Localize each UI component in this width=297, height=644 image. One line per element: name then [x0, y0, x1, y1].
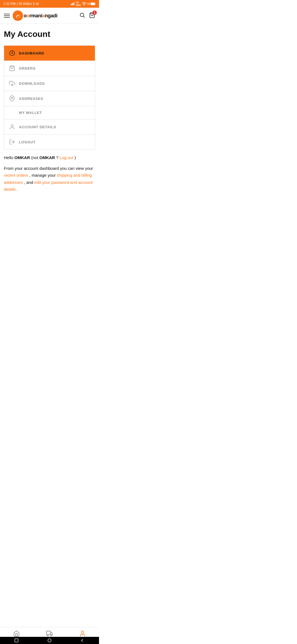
- wifi-icon: [82, 2, 86, 6]
- menu-item-dashboard[interactable]: DASHBOARD: [4, 46, 95, 61]
- vowifi-icon: VoWiFi: [76, 1, 81, 7]
- status-left: 1:32 PM | 35.0KB/s ₿ M: [3, 2, 39, 6]
- page-content: My Account DASHBOARD ORD: [0, 24, 99, 215]
- svg-point-14: [12, 53, 12, 53]
- orders-icon: [9, 65, 15, 71]
- menu-label-downloads: DOWNLOADS: [19, 81, 45, 86]
- status-speed: | 35.0KB/s: [17, 2, 32, 6]
- svg-rect-2: [73, 2, 74, 5]
- menu-item-addresses[interactable]: ADDRESSES: [4, 91, 95, 106]
- cart-button[interactable]: 1: [89, 12, 95, 19]
- desc-text2: , manage your: [29, 173, 57, 178]
- hello-username2: OMKAR: [39, 155, 55, 160]
- search-button[interactable]: [79, 12, 85, 19]
- menu-item-downloads[interactable]: DOWNLOADS: [4, 76, 95, 91]
- downloads-icon: [9, 80, 15, 86]
- hamburger-menu[interactable]: [4, 14, 10, 18]
- account-details-icon: [9, 124, 15, 130]
- desc-text3: , and: [24, 180, 34, 185]
- menu-item-account-details[interactable]: ACCOUNT DETAILS: [4, 119, 95, 135]
- dashboard-icon: [9, 50, 15, 56]
- svg-point-9: [16, 17, 17, 18]
- logout-link[interactable]: Log out: [60, 155, 73, 160]
- menu-label-logout: LOGOUT: [19, 140, 35, 144]
- navbar: oormaniangadi. 1: [0, 8, 99, 24]
- menu-label-addresses: ADDRESSES: [19, 97, 43, 101]
- account-menu: DASHBOARD ORDERS DOWNLOADS: [4, 45, 95, 150]
- svg-point-4: [84, 5, 84, 5]
- mail-icon: M: [36, 2, 39, 6]
- nav-right: 1: [79, 12, 95, 19]
- addresses-icon: [9, 95, 15, 102]
- menu-item-logout[interactable]: LOGOUT: [4, 135, 95, 149]
- menu-item-wallet[interactable]: MY WALLET: [4, 106, 95, 119]
- svg-rect-3: [74, 2, 75, 5]
- status-bar: 1:32 PM | 35.0KB/s ₿ M VoWiFi 89: [0, 0, 99, 8]
- desc-text4: .: [17, 187, 18, 192]
- menu-label-orders: ORDERS: [19, 66, 35, 70]
- hello-question: ?: [56, 155, 60, 160]
- svg-line-11: [83, 16, 84, 17]
- status-right: VoWiFi 89: [71, 1, 96, 7]
- status-time: 1:32 PM: [3, 2, 16, 6]
- hello-not: (not: [31, 155, 39, 160]
- logo-icon: [13, 10, 23, 21]
- menu-label-wallet: MY WALLET: [19, 111, 42, 115]
- signal-icon: [71, 2, 75, 6]
- nav-left: oormaniangadi.: [4, 10, 58, 21]
- svg-rect-0: [71, 4, 72, 5]
- svg-rect-6: [91, 3, 94, 5]
- svg-rect-1: [72, 3, 73, 5]
- cart-badge: 1: [92, 10, 97, 15]
- hello-prefix: Hello: [4, 155, 14, 160]
- logo-text: oormaniangadi.: [24, 13, 58, 19]
- hello-username: OMKAR: [14, 155, 30, 160]
- battery-icon: 89: [87, 2, 96, 6]
- menu-label-dashboard: DASHBOARD: [19, 51, 44, 55]
- logout-icon: [9, 139, 15, 145]
- bitcoin-icon: ₿: [33, 2, 35, 6]
- svg-point-18: [11, 125, 13, 127]
- hello-greeting: Hello OMKAR (not OMKAR ? Log out ): [4, 155, 95, 161]
- page-title: My Account: [4, 29, 95, 39]
- desc-text1: From your account dashboard you can view…: [4, 166, 93, 171]
- svg-point-8: [19, 17, 20, 18]
- menu-label-account-details: ACCOUNT DETAILS: [19, 125, 56, 129]
- svg-point-17: [11, 97, 13, 99]
- logo[interactable]: oormaniangadi.: [13, 10, 58, 21]
- dashboard-description: From your account dashboard you can view…: [4, 165, 95, 193]
- menu-item-orders[interactable]: ORDERS: [4, 61, 95, 76]
- hello-paren: ): [75, 155, 76, 160]
- recent-orders-link[interactable]: recent orders: [4, 173, 28, 178]
